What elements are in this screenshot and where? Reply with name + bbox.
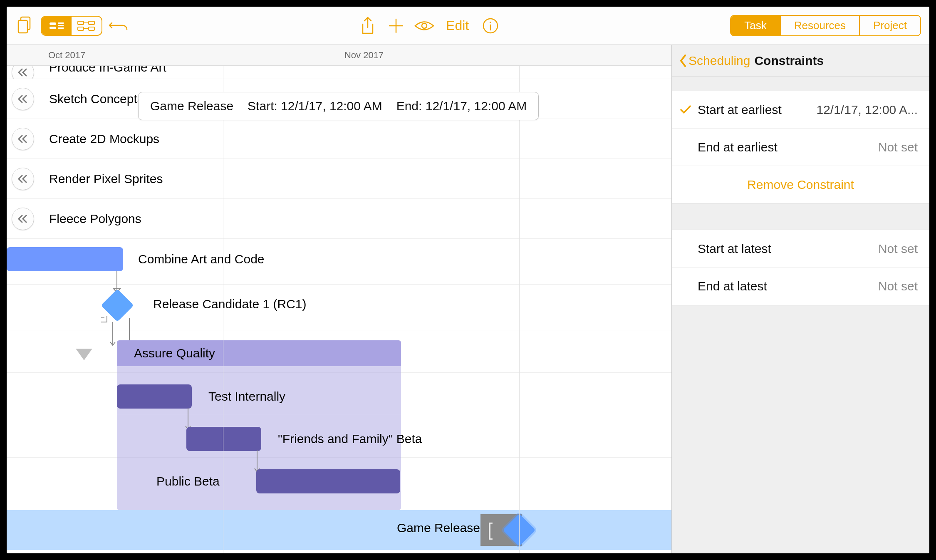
constraint-value: Not set [878,242,918,256]
toolbar: Edit Task Resources Project [7,7,929,45]
svg-point-17 [490,22,491,23]
task-label: Produce In-Game Art [49,66,166,74]
svg-rect-5 [58,25,64,26]
double-chevron-left-icon [17,135,29,143]
constraint-label: Start at latest [698,242,878,256]
documents-icon [17,16,33,35]
plus-icon [388,17,404,34]
constraint-value: Not set [878,279,918,293]
breadcrumb-current: Constraints [754,54,824,68]
svg-rect-9 [89,21,94,25]
view-mode-switch [41,16,102,36]
inspector-breadcrumb: Scheduling Constraints [672,45,929,77]
task-label: Create 2D Mockups [49,132,159,146]
task-row-create-2d[interactable]: Create 2D Mockups [7,119,671,159]
gantt-area[interactable]: Oct 2017 Nov 2017 Produce In-Game Art Sk… [7,45,671,553]
grid-line [223,66,223,553]
svg-rect-10 [89,27,94,30]
double-chevron-left-icon [17,68,29,77]
edit-button[interactable]: Edit [443,18,472,33]
svg-rect-4 [58,22,64,24]
task-label: Sketch Concepts (Fresh) [49,92,187,106]
tab-resources[interactable]: Resources [781,16,860,35]
remove-constraint-button[interactable]: Remove Constraint [672,166,929,203]
selected-task-row[interactable] [7,510,671,550]
constraint-start-earliest[interactable]: Start at earliest 12/1/17, 12:00 A... [672,91,929,129]
constraint-value: Not set [878,140,918,154]
task-row-produce-art[interactable]: Produce In-Game Art [7,66,671,79]
collapse-chevron[interactable] [12,88,34,110]
task-bar-combine-art[interactable] [7,247,123,271]
breadcrumb-back[interactable]: Scheduling [679,54,750,68]
info-button[interactable] [480,16,500,36]
inspector-tabs: Task Resources Project [730,15,921,36]
tab-project[interactable]: Project [860,16,920,35]
task-label: Render Pixel Sprites [49,172,163,186]
timeline-month-oct: Oct 2017 [7,45,223,65]
task-label: Fleece Polygons [49,212,141,226]
task-row-fleece-polygons[interactable]: Fleece Polygons [7,199,671,239]
svg-rect-8 [78,27,84,30]
svg-rect-3 [50,27,56,29]
svg-rect-7 [78,21,84,25]
svg-rect-2 [50,22,56,25]
constraint-label: Start at earliest [698,103,816,117]
svg-rect-6 [58,27,64,29]
undo-button[interactable] [108,16,128,36]
group-disclosure-triangle[interactable] [76,349,92,360]
app-frame: Edit Task Resources Project Oct 2017 Nov… [7,7,929,553]
view-mode-network[interactable] [72,17,102,35]
timeline-month-nov: Nov 2017 [223,45,522,65]
constraints-latest-section: Start at latest Not set End at latest No… [672,230,929,305]
constraint-start-latest[interactable]: Start at latest Not set [672,230,929,268]
task-row-sketch-concepts[interactable]: Sketch Concepts (Fresh) [7,79,671,119]
double-chevron-left-icon [17,95,29,103]
group-bar-assure-quality[interactable] [117,340,401,366]
grid-line [519,66,520,553]
chevron-left-icon [679,55,687,67]
constraint-label: End at latest [698,279,878,293]
collapse-chevron[interactable] [12,208,34,230]
inspector-sidebar: Scheduling Constraints Start at earliest… [671,45,929,553]
eye-icon [414,20,434,32]
task-bar-test-internally[interactable] [117,384,192,409]
add-button[interactable] [386,16,406,36]
view-mode-outline[interactable] [42,17,72,35]
collapse-chevron[interactable] [12,128,34,150]
collapse-chevron[interactable] [12,66,34,79]
task-bar-public-beta[interactable] [256,469,400,493]
undo-icon [109,20,128,32]
documents-button[interactable] [15,16,35,36]
task-row-render-sprites[interactable]: Render Pixel Sprites [7,159,671,199]
focus-button[interactable] [414,16,434,36]
outline-view-icon [49,21,64,31]
constraint-value: 12/1/17, 12:00 A... [816,103,918,117]
double-chevron-left-icon [17,215,29,223]
timeline-header: Oct 2017 Nov 2017 [7,45,671,66]
constraints-earliest-section: Start at earliest 12/1/17, 12:00 A... En… [672,91,929,204]
body: Oct 2017 Nov 2017 Produce In-Game Art Sk… [7,45,929,553]
network-view-icon [77,20,96,31]
svg-rect-1 [18,20,27,33]
checkmark-icon [680,103,691,117]
share-icon [360,17,375,35]
collapse-chevron[interactable] [12,168,34,190]
constraint-end-latest[interactable]: End at latest Not set [672,268,929,305]
constraint-end-earliest[interactable]: End at earliest Not set [672,129,929,166]
share-button[interactable] [358,16,378,36]
tab-task[interactable]: Task [731,16,780,35]
info-icon [482,17,499,34]
constraint-label: End at earliest [698,140,878,154]
double-chevron-left-icon [17,175,29,183]
task-bar-ff-beta[interactable] [186,427,261,451]
svg-point-15 [422,23,427,28]
